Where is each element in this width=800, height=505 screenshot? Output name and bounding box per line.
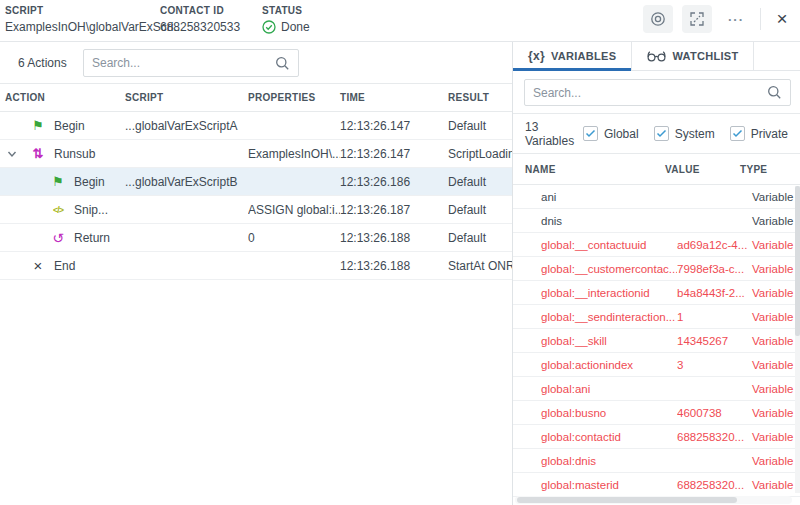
variable-name: global:busno bbox=[513, 407, 677, 419]
variable-name: global:ani bbox=[513, 383, 677, 395]
action-label: Runsub bbox=[54, 147, 95, 161]
tab-watchlist[interactable]: WATCHLIST bbox=[632, 42, 754, 70]
time-cell: 12:13:26.187 bbox=[340, 203, 448, 217]
checkbox-global bbox=[583, 126, 598, 141]
actions-toolbar: 6 Actions bbox=[0, 42, 512, 84]
close-button[interactable]: × bbox=[770, 5, 794, 33]
table-row[interactable]: ↺ Return 0 12:13:26.188 Default bbox=[0, 224, 512, 252]
trace-header: SCRIPT ExamplesInOH\globalVarExScri... C… bbox=[0, 0, 800, 42]
filter-system[interactable]: System bbox=[654, 126, 715, 141]
horizontal-scrollbar-thumb[interactable] bbox=[517, 497, 737, 503]
list-item[interactable]: global:__customercontac... 7998ef3a-c...… bbox=[513, 257, 800, 281]
result-cell: Default bbox=[448, 175, 512, 189]
flag-icon: ⚑ bbox=[30, 118, 46, 133]
runsub-icon: ⇅ bbox=[30, 146, 46, 161]
variable-name: global:masterid bbox=[513, 479, 677, 491]
variables-search-input[interactable] bbox=[533, 86, 767, 100]
column-header-action[interactable]: ACTION bbox=[0, 92, 125, 103]
tab-watchlist-label: WATCHLIST bbox=[672, 50, 738, 62]
variables-icon: {x} bbox=[528, 49, 545, 63]
vertical-scrollbar-thumb[interactable] bbox=[795, 186, 800, 336]
list-item[interactable]: global:contactid 688258320... Variable bbox=[513, 425, 800, 449]
actions-search-input[interactable] bbox=[92, 56, 275, 70]
list-item[interactable]: global:__contactuuid ad69a12c-4... Varia… bbox=[513, 233, 800, 257]
variable-type: Variable bbox=[752, 479, 800, 491]
action-label: Begin bbox=[54, 119, 85, 133]
contact-id-info: CONTACT ID 688258320533 bbox=[160, 5, 240, 34]
column-header-name[interactable]: NAME bbox=[513, 164, 665, 175]
status-label: STATUS bbox=[262, 5, 310, 16]
list-item[interactable]: dnis Variable bbox=[513, 209, 800, 233]
list-item[interactable]: global:busno 4600738 Variable bbox=[513, 401, 800, 425]
action-cell: ↺ Return bbox=[24, 230, 125, 246]
variable-name: global:__interactionid bbox=[513, 287, 677, 299]
vertical-scrollbar bbox=[795, 186, 800, 493]
action-cell: ⚑ Begin bbox=[24, 118, 125, 133]
search-icon bbox=[767, 85, 782, 100]
variable-name: global:__contactuuid bbox=[513, 239, 677, 251]
actions-panel: 6 Actions ACTION SCRIPT PROPERTIES TIME … bbox=[0, 42, 512, 505]
list-item[interactable]: global:masterid 688258320... Variable bbox=[513, 473, 800, 497]
column-header-result[interactable]: RESULT bbox=[448, 92, 512, 103]
variables-search-row bbox=[513, 71, 800, 114]
tab-variables[interactable]: {x} VARIABLES bbox=[513, 42, 632, 70]
table-row[interactable]: </> Snip... ASSIGN global:i... 12:13:26.… bbox=[0, 196, 512, 224]
variable-type: Variable bbox=[752, 287, 800, 299]
table-row[interactable]: ⚑ Begin ...globalVarExScriptB 12:13:26.1… bbox=[0, 168, 512, 196]
variable-type: Variable bbox=[752, 407, 800, 419]
script-cell: ...globalVarExScriptB bbox=[125, 175, 248, 189]
variable-type: Variable bbox=[752, 239, 800, 251]
contact-id-value: 688258320533 bbox=[160, 20, 240, 34]
target-button[interactable] bbox=[643, 5, 673, 33]
action-label: Begin bbox=[74, 175, 105, 189]
actions-table-body: ⚑ Begin ...globalVarExScriptA 12:13:26.1… bbox=[0, 112, 512, 280]
list-item[interactable]: global:dnis Variable bbox=[513, 449, 800, 473]
more-options-button[interactable]: ··· bbox=[721, 5, 751, 33]
time-cell: 12:13:26.147 bbox=[340, 147, 448, 161]
script-cell: ...globalVarExScriptA bbox=[125, 119, 248, 133]
time-cell: 12:13:26.188 bbox=[340, 259, 448, 273]
column-header-type[interactable]: TYPE bbox=[740, 164, 800, 175]
check-icon bbox=[585, 129, 596, 138]
list-item[interactable]: global:ani Variable bbox=[513, 377, 800, 401]
tab-variables-label: VARIABLES bbox=[551, 50, 616, 62]
tabs-bar: {x} VARIABLES WATCHLIST bbox=[513, 42, 800, 71]
search-icon bbox=[275, 56, 290, 71]
variable-type: Variable bbox=[752, 431, 800, 443]
action-label: Return bbox=[74, 231, 110, 245]
list-item[interactable]: global:actionindex 3 Variable bbox=[513, 353, 800, 377]
script-label: SCRIPT bbox=[5, 5, 184, 16]
action-cell: × End bbox=[24, 257, 125, 274]
variable-name: dnis bbox=[513, 215, 677, 227]
table-row[interactable]: × End 12:13:26.188 StartAt ONRELE bbox=[0, 252, 512, 280]
table-row[interactable]: ⚑ Begin ...globalVarExScriptA 12:13:26.1… bbox=[0, 112, 512, 140]
variables-table-body: ani Variable dnis Variable global:__cont… bbox=[513, 185, 800, 497]
filter-global[interactable]: Global bbox=[583, 126, 639, 141]
list-item[interactable]: ani Variable bbox=[513, 185, 800, 209]
filter-private[interactable]: Private bbox=[730, 126, 788, 141]
column-header-properties[interactable]: PROPERTIES bbox=[248, 92, 340, 103]
status-badge: Done bbox=[281, 20, 310, 34]
time-cell: 12:13:26.188 bbox=[340, 231, 448, 245]
checkbox-private bbox=[730, 126, 745, 141]
header-divider bbox=[760, 8, 761, 30]
time-cell: 12:13:26.186 bbox=[340, 175, 448, 189]
variable-value: ad69a12c-4... bbox=[677, 239, 752, 251]
column-header-time[interactable]: TIME bbox=[340, 92, 448, 103]
table-row[interactable]: ⇅ Runsub ExamplesInOH\... 12:13:26.147 S… bbox=[0, 140, 512, 168]
column-header-script[interactable]: SCRIPT bbox=[125, 92, 248, 103]
list-item[interactable]: global:__interactionid b4a8443f-2... Var… bbox=[513, 281, 800, 305]
variable-name: ani bbox=[513, 191, 677, 203]
variable-name: global:__sendinteraction... bbox=[513, 311, 677, 323]
expand-button[interactable] bbox=[682, 5, 712, 33]
variable-value: 7998ef3a-c... bbox=[677, 263, 752, 275]
chevron-down-icon[interactable] bbox=[0, 150, 24, 158]
column-header-value[interactable]: VALUE bbox=[665, 164, 740, 175]
result-cell: Default bbox=[448, 231, 512, 245]
list-item[interactable]: global:__sendinteraction... 1 Variable bbox=[513, 305, 800, 329]
variable-value: 4600738 bbox=[677, 407, 752, 419]
list-item[interactable]: global:__skill 14345267 Variable bbox=[513, 329, 800, 353]
variable-type: Variable bbox=[752, 215, 800, 227]
check-icon bbox=[732, 129, 743, 138]
properties-cell: 0 bbox=[248, 231, 340, 245]
